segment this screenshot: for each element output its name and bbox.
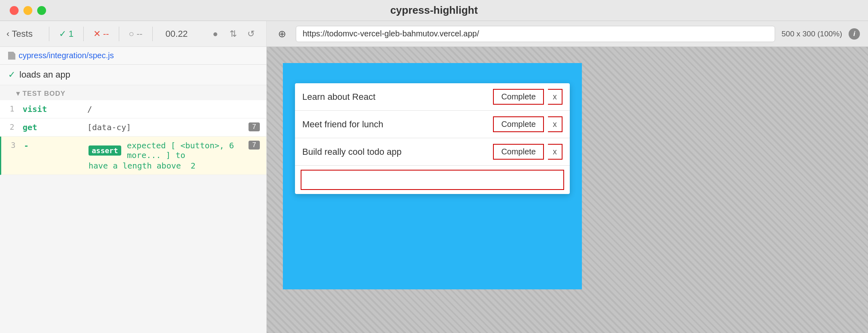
command-row-get[interactable]: 2 get [data-cy] 7 bbox=[0, 118, 266, 137]
file-breadcrumb: cypress/integration/spec.js bbox=[0, 47, 266, 65]
window-controls bbox=[10, 6, 46, 15]
test-label: loads an app bbox=[19, 70, 70, 80]
test-item[interactable]: ✓ loads an app bbox=[0, 65, 266, 85]
todo-complete-btn-2[interactable]: Complete bbox=[493, 116, 544, 132]
sort-icon[interactable]: ⇅ bbox=[226, 27, 240, 41]
todo-input[interactable] bbox=[301, 170, 564, 190]
window-title: cypress-highlight bbox=[390, 4, 478, 17]
cmd-assert-badge: 7 bbox=[249, 141, 260, 150]
pass-count: 1 bbox=[69, 29, 74, 39]
maximize-button[interactable] bbox=[37, 6, 46, 15]
assert-badge: assert bbox=[88, 145, 121, 156]
todo-text-1: Learn about React bbox=[302, 92, 489, 102]
cmd-get: get bbox=[23, 122, 87, 132]
todo-text-3: Build really cool todo app bbox=[302, 147, 489, 157]
assert-text-line1: expected [ <button>, 6 more... ] to bbox=[127, 141, 249, 160]
cmd-assert-content: assert expected [ <button>, 6 more... ] … bbox=[88, 141, 249, 171]
circle-icon: ○ bbox=[129, 29, 134, 39]
cmd-get-badge: 7 bbox=[249, 122, 260, 131]
assert-line1: assert expected [ <button>, 6 more... ] … bbox=[88, 141, 249, 160]
back-label: Tests bbox=[12, 29, 32, 39]
test-title: ✓ loads an app bbox=[8, 70, 258, 80]
todo-item-2: Meet friend for lunch Complete x bbox=[295, 111, 570, 138]
info-icon[interactable]: i bbox=[849, 28, 860, 40]
command-row-visit[interactable]: 1 visit / bbox=[0, 100, 266, 118]
command-row-assert[interactable]: 3 - assert expected [ <button>, 6 more..… bbox=[0, 137, 266, 175]
cmd-get-arg: [data-cy] bbox=[87, 122, 249, 132]
toolbar-divider bbox=[49, 27, 49, 41]
todo-item-1: Learn about React Complete x bbox=[295, 83, 570, 111]
line-num-3: 3 bbox=[11, 141, 24, 150]
test-body-header: TEST BODY bbox=[0, 85, 266, 100]
todo-app: Learn about React Complete x Meet friend… bbox=[295, 83, 570, 194]
chevron-left-icon: ‹ bbox=[6, 29, 9, 39]
todo-input-row bbox=[295, 166, 570, 194]
line-num-2: 2 bbox=[10, 122, 23, 131]
toolbar-divider-4 bbox=[152, 27, 153, 41]
address-bar: ⊕ https://todomvc-vercel-gleb-bahmutov.v… bbox=[267, 21, 868, 47]
close-button[interactable] bbox=[10, 6, 19, 15]
minimize-button[interactable] bbox=[23, 6, 32, 15]
pending-count: -- bbox=[137, 29, 143, 39]
url-bar[interactable]: https://todomvc-vercel-gleb-bahmutov.ver… bbox=[296, 26, 775, 42]
zoom-level: (100%) bbox=[817, 30, 842, 38]
back-to-tests[interactable]: ‹ Tests bbox=[6, 29, 42, 39]
file-path[interactable]: cypress/integration/spec.js bbox=[19, 51, 114, 60]
toolbar: ‹ Tests ✓ 1 ✕ -- ○ -- 00.22 ● ⇅ ↺ bbox=[0, 21, 266, 47]
pass-stat: ✓ 1 bbox=[56, 29, 77, 39]
assert-line2: have a length above 2 bbox=[88, 161, 249, 171]
todo-delete-btn-1[interactable]: x bbox=[548, 89, 563, 105]
app-preview: Learn about React Complete x Meet friend… bbox=[283, 63, 582, 289]
test-pass-icon: ✓ bbox=[8, 70, 15, 80]
toolbar-divider-3 bbox=[119, 27, 119, 41]
file-icon bbox=[8, 52, 15, 60]
viewport-size: 500 x 300 bbox=[782, 30, 815, 38]
pending-stat: ○ -- bbox=[126, 29, 146, 39]
check-icon: ✓ bbox=[59, 29, 66, 39]
line-num-1: 1 bbox=[10, 104, 23, 113]
viewport-wrapper: Learn about React Complete x Meet friend… bbox=[267, 47, 868, 333]
elapsed-time: 00.22 bbox=[159, 29, 194, 39]
cmd-visit-arg: / bbox=[87, 104, 260, 114]
test-body-section: TEST BODY 1 visit / 2 get [data-cy] 7 3 … bbox=[0, 85, 266, 333]
refresh-icon[interactable]: ↺ bbox=[244, 27, 258, 41]
todo-delete-btn-3[interactable]: x bbox=[548, 144, 563, 160]
viewport-info: 500 x 300 (100%) bbox=[782, 30, 842, 38]
toolbar-divider-2 bbox=[83, 27, 84, 41]
todo-complete-btn-1[interactable]: Complete bbox=[493, 89, 544, 105]
dot-icon: ● bbox=[208, 27, 223, 41]
cmd-dash: - bbox=[24, 141, 88, 150]
todo-delete-btn-2[interactable]: x bbox=[548, 116, 563, 132]
fail-count: -- bbox=[103, 29, 109, 39]
preview-panel: ⊕ https://todomvc-vercel-gleb-bahmutov.v… bbox=[267, 21, 868, 333]
fail-stat: ✕ -- bbox=[90, 29, 112, 39]
todo-item-3: Build really cool todo app Complete x bbox=[295, 138, 570, 166]
crosshair-icon[interactable]: ⊕ bbox=[275, 27, 289, 41]
todo-complete-btn-3[interactable]: Complete bbox=[493, 144, 544, 160]
cross-icon: ✕ bbox=[93, 29, 101, 39]
todo-text-2: Meet friend for lunch bbox=[302, 119, 489, 130]
title-bar: cypress-highlight bbox=[0, 0, 868, 21]
url-text: https://todomvc-vercel-gleb-bahmutov.ver… bbox=[303, 29, 479, 38]
cypress-panel: ‹ Tests ✓ 1 ✕ -- ○ -- 00.22 ● ⇅ ↺ bbox=[0, 21, 267, 333]
cmd-visit: visit bbox=[23, 104, 87, 114]
main-layout: ‹ Tests ✓ 1 ✕ -- ○ -- 00.22 ● ⇅ ↺ bbox=[0, 21, 868, 333]
